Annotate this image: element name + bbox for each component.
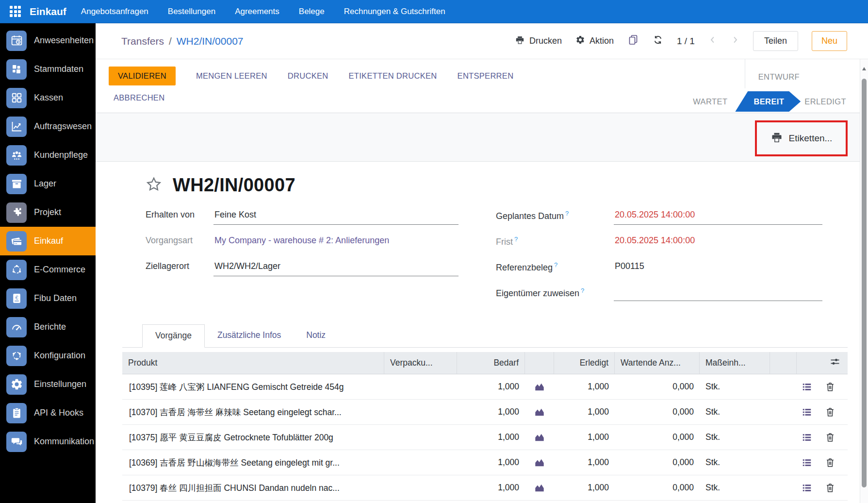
sidebar-item-api-hooks[interactable]: API & Hooks [0, 399, 96, 427]
cell-product[interactable]: [10379] 春丝 四川担担面 CHUNSI Dandan nudeln na… [122, 482, 384, 494]
field-value-ziellagerort[interactable]: WH2/WH2/Lager [213, 259, 459, 276]
status-state-wartet[interactable]: WARTET [693, 97, 727, 106]
forecast-chart-icon[interactable] [534, 382, 545, 392]
cell-product[interactable]: [10395] 莲峰 八宝粥 LIANFENG Gemischt Getreid… [122, 381, 384, 393]
detailed-operations-icon[interactable] [802, 382, 812, 392]
scroll-up-icon[interactable] [862, 67, 866, 70]
topbar-menu-item-angebotsanfragen[interactable]: Angebotsanfragen [81, 7, 148, 17]
cell-demand[interactable]: 1,000 [457, 457, 525, 468]
sidebar-item-e-commerce[interactable]: E-Commerce [0, 255, 96, 284]
action-button[interactable]: Aktion [575, 35, 614, 47]
cell-uom[interactable]: Stk. [700, 432, 770, 442]
cell-done[interactable]: 1,000 [554, 382, 615, 392]
detailed-operations-icon[interactable] [802, 432, 812, 443]
cell-waiting[interactable]: 0,000 [615, 432, 700, 442]
forecast-chart-icon[interactable] [534, 432, 545, 443]
detailed-operations-icon[interactable] [802, 407, 812, 418]
mengen-leeren-button[interactable]: MENGEN LEEREN [196, 71, 267, 81]
sidebar-item-anwesenheiten[interactable]: Anwesenheiten [0, 26, 96, 55]
topbar-menu-item-agreements[interactable]: Agreements [235, 7, 279, 17]
pager-next-icon[interactable] [731, 35, 739, 47]
product-row[interactable]: [10370] 吉香居 海带丝 麻辣味 Seetang eingelegt sc… [122, 400, 848, 425]
sidebar-item-kassen[interactable]: Kassen [0, 84, 96, 112]
delete-row-icon[interactable] [825, 483, 835, 493]
cell-demand[interactable]: 1,000 [457, 483, 525, 493]
sidebar-item-kundenpflege[interactable]: Kundenpflege [0, 141, 96, 169]
field-value-vorgangsart[interactable]: My Company - warehouse # 2: Anlieferunge… [213, 234, 459, 250]
print-button[interactable]: Drucken [515, 35, 562, 48]
sidebar-item-auftragswesen[interactable]: Auftragswesen [0, 112, 96, 141]
field-value-erhalten-von[interactable]: Feine Kost [213, 208, 459, 225]
topbar-menu-item-bestellungen[interactable]: Bestellungen [168, 7, 215, 17]
cell-demand[interactable]: 1,000 [457, 407, 525, 417]
cell-waiting[interactable]: 0,000 [615, 457, 700, 468]
status-state-entwurf[interactable]: ENTWURF [758, 72, 800, 82]
share-button[interactable]: Teilen [753, 31, 798, 51]
scrollbar-thumb[interactable] [862, 79, 867, 487]
tab-vorgänge[interactable]: Vorgänge [142, 324, 205, 348]
etiketten-drucken-button[interactable]: ETIKETTEN DRUCKEN [349, 71, 437, 81]
cell-waiting[interactable]: 0,000 [615, 382, 700, 392]
attach-document-icon[interactable] [627, 34, 639, 48]
app-name[interactable]: Einkauf [30, 6, 66, 17]
sidebar-item-stammdaten[interactable]: Stammdaten [0, 55, 96, 84]
tab-notiz[interactable]: Notiz [294, 324, 338, 347]
product-row[interactable]: [10369] 吉香居 野山椒海带丝 Seetang eingelegt mit… [122, 450, 848, 475]
cell-uom[interactable]: Stk. [700, 457, 770, 468]
cell-done[interactable]: 1,000 [554, 483, 615, 493]
status-state-erledigt[interactable]: ERLEDIGT [804, 97, 846, 106]
validate-button[interactable]: VALIDIEREN [109, 67, 176, 85]
cell-uom[interactable]: Stk. [700, 483, 770, 493]
product-row[interactable]: [10375] 愿平 黄豆豆腐皮 Getrocknete Tofublätter… [122, 425, 848, 450]
field-value-referenzbeleg[interactable]: P00115 [614, 259, 822, 276]
status-state-bereit[interactable]: BEREIT [735, 91, 801, 112]
cell-waiting[interactable]: 0,000 [615, 407, 700, 417]
forecast-chart-icon[interactable] [534, 483, 545, 493]
detailed-operations-icon[interactable] [802, 483, 812, 493]
cell-uom[interactable]: Stk. [700, 407, 770, 417]
product-row[interactable]: [10379] 春丝 四川担担面 CHUNSI Dandan nudeln na… [122, 475, 848, 501]
cell-done[interactable]: 1,000 [554, 432, 615, 442]
cell-demand[interactable]: 1,000 [457, 432, 525, 442]
field-value-geplantes-datum[interactable]: 20.05.2025 14:00:00 [614, 208, 822, 225]
cell-product[interactable]: [10370] 吉香居 海带丝 麻辣味 Seetang eingelegt sc… [122, 406, 384, 418]
sidebar-item-fibu-daten[interactable]: €Fibu Daten [0, 284, 96, 313]
sidebar-item-projekt[interactable]: Projekt [0, 198, 96, 227]
cell-product[interactable]: [10369] 吉香居 野山椒海带丝 Seetang eingelegt mit… [122, 457, 384, 469]
tab-zusätzliche-infos[interactable]: Zusätzliche Infos [205, 324, 294, 347]
product-row[interactable]: [10395] 莲峰 八宝粥 LIANFENG Gemischt Getreid… [122, 374, 848, 400]
optional-columns-icon[interactable] [829, 356, 841, 370]
labels-button[interactable]: Etiketten... [770, 131, 833, 146]
topbar-menu-item-belege[interactable]: Belege [299, 7, 325, 17]
cell-uom[interactable]: Stk. [700, 382, 770, 392]
forecast-chart-icon[interactable] [534, 407, 545, 418]
cell-waiting[interactable]: 0,000 [615, 483, 700, 493]
delete-row-icon[interactable] [825, 432, 835, 443]
cell-product[interactable]: [10375] 愿平 黄豆豆腐皮 Getrocknete Tofublätter… [122, 432, 384, 443]
cell-demand[interactable]: 1,000 [457, 382, 525, 392]
entsperren-button[interactable]: ENTSPERREN [458, 71, 514, 81]
cell-done[interactable]: 1,000 [554, 407, 615, 417]
field-value-frist[interactable]: 20.05.2025 14:00:00 [614, 234, 822, 250]
delete-row-icon[interactable] [825, 407, 835, 418]
abbrechen-button[interactable]: ABBRECHEN [114, 93, 164, 102]
topbar-menu-item-rechnungen-gutschriften[interactable]: Rechnungen & Gutschriften [344, 7, 445, 17]
sidebar-item-einkauf[interactable]: Einkauf [0, 227, 96, 255]
sidebar-item-kommunikation[interactable]: Kommunikation [0, 427, 96, 456]
favorite-star-icon[interactable] [145, 176, 163, 195]
delete-row-icon[interactable] [825, 457, 835, 468]
refresh-icon[interactable] [653, 34, 663, 48]
sidebar-item-konfiguration[interactable]: Konfiguration [0, 341, 96, 370]
apps-menu-icon[interactable] [10, 6, 21, 17]
breadcrumb-parent[interactable]: Transfers [121, 35, 164, 47]
pager-previous-icon[interactable] [708, 35, 717, 47]
drucken-button[interactable]: DRUCKEN [288, 71, 328, 81]
sidebar-item-einstellungen[interactable]: Einstellungen [0, 370, 96, 399]
detailed-operations-icon[interactable] [802, 457, 812, 468]
sidebar-item-lager[interactable]: Lager [0, 169, 96, 198]
field-value-eigentümer-zuweisen[interactable] [614, 285, 822, 301]
new-button[interactable]: Neu [812, 31, 847, 51]
vertical-scrollbar[interactable] [860, 59, 868, 503]
cell-done[interactable]: 1,000 [554, 457, 615, 468]
delete-row-icon[interactable] [825, 382, 835, 392]
